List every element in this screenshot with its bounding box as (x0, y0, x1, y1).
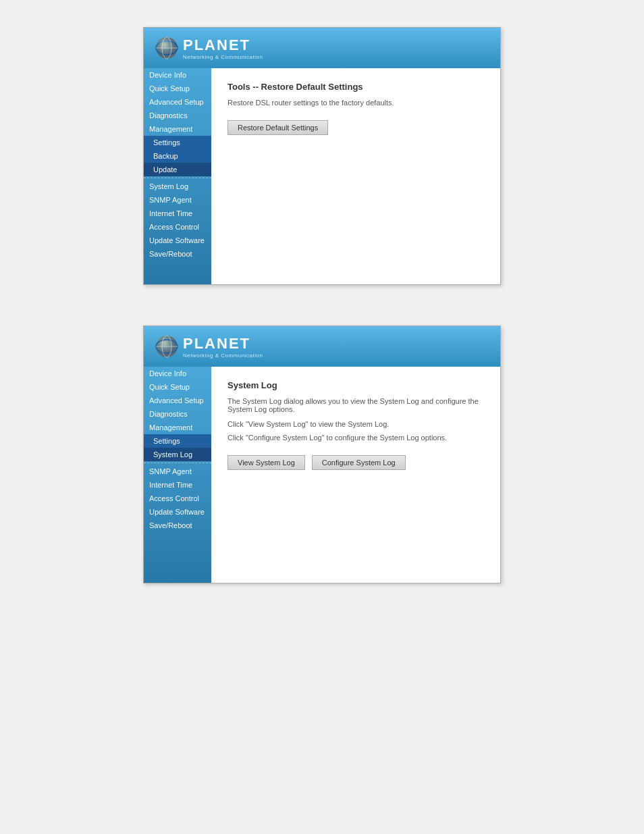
sidebar-settings-2[interactable]: Settings (144, 434, 211, 448)
content-area-1: Device Info Quick Setup Advanced Setup D… (144, 68, 500, 284)
sidebar-device-info-2[interactable]: Device Info (144, 367, 211, 380)
sidebar-2: Device Info Quick Setup Advanced Setup D… (144, 367, 211, 583)
view-system-log-button[interactable]: View System Log (227, 455, 305, 470)
sidebar-backup-1[interactable]: Backup (144, 149, 211, 163)
sidebar-update-software-2[interactable]: Update Software (144, 505, 211, 519)
logo-area-2: PLANET Networking & Communication (155, 334, 263, 359)
page-description-1: Restore DSL router settings to the facto… (227, 99, 484, 107)
sidebar-update-1[interactable]: Update (144, 163, 211, 176)
logo-planet-label-1: PLANET (183, 36, 263, 54)
logo-area-1: PLANET Networking & Communication (155, 36, 263, 60)
sidebar-internet-time-2[interactable]: Internet Time (144, 478, 211, 492)
content-area-2: Device Info Quick Setup Advanced Setup D… (144, 367, 500, 583)
sidebar-snmp-agent-1[interactable]: SNMP Agent (144, 193, 211, 207)
planet-logo-icon (155, 36, 179, 60)
sidebar-internet-time-1[interactable]: Internet Time (144, 207, 211, 220)
page-description-line-1: The System Log dialog allows you to view… (227, 397, 484, 413)
logo-planet-label-2: PLANET (183, 335, 263, 353)
sidebar-diagnostics-2[interactable]: Diagnostics (144, 407, 211, 421)
sidebar-access-control-1[interactable]: Access Control (144, 220, 211, 234)
logo-text-2: PLANET Networking & Communication (183, 335, 263, 359)
sidebar-diagnostics-1[interactable]: Diagnostics (144, 109, 211, 122)
sidebar-management-2[interactable]: Management (144, 421, 211, 434)
sidebar-access-control-2[interactable]: Access Control (144, 492, 211, 505)
sidebar-settings-1[interactable]: Settings (144, 136, 211, 149)
restore-default-button[interactable]: Restore Default Settings (227, 120, 328, 135)
page-title-2: System Log (227, 380, 484, 390)
planet-logo-icon-2 (155, 334, 179, 359)
sidebar-advanced-setup-1[interactable]: Advanced Setup (144, 95, 211, 109)
panel-restore-defaults: PLANET Networking & Communication Device… (143, 27, 501, 285)
panel-system-log: PLANET Networking & Communication Device… (143, 325, 501, 583)
sidebar-divider-1 (144, 178, 211, 178)
page-description-line-2: Click "View System Log" to view the Syst… (227, 420, 484, 428)
sidebar-quick-setup-1[interactable]: Quick Setup (144, 82, 211, 95)
main-content-1: Tools -- Restore Default Settings Restor… (211, 68, 500, 284)
sidebar-system-log-sub-2[interactable]: System Log (144, 448, 211, 461)
sidebar-quick-setup-2[interactable]: Quick Setup (144, 380, 211, 394)
logo-subtitle-2: Networking & Communication (183, 353, 263, 359)
button-row-2: View System Log Configure System Log (227, 455, 484, 470)
logo-text-1: PLANET Networking & Communication (183, 36, 263, 60)
configure-system-log-button[interactable]: Configure System Log (312, 455, 406, 470)
sidebar-save-reboot-1[interactable]: Save/Reboot (144, 247, 211, 261)
page-title-1: Tools -- Restore Default Settings (227, 82, 484, 92)
page-description-line-3: Click "Configure System Log" to configur… (227, 434, 484, 442)
sidebar-device-info-1[interactable]: Device Info (144, 68, 211, 82)
main-content-2: System Log The System Log dialog allows … (211, 367, 500, 583)
header-2: PLANET Networking & Communication (144, 326, 500, 367)
logo-subtitle-1: Networking & Communication (183, 54, 263, 60)
button-row-1: Restore Default Settings (227, 120, 484, 135)
sidebar-update-software-1[interactable]: Update Software (144, 234, 211, 247)
sidebar-management-1[interactable]: Management (144, 122, 211, 136)
sidebar-divider-2 (144, 463, 211, 463)
sidebar-snmp-agent-2[interactable]: SNMP Agent (144, 465, 211, 478)
header-1: PLANET Networking & Communication (144, 28, 500, 68)
sidebar-1: Device Info Quick Setup Advanced Setup D… (144, 68, 211, 284)
sidebar-save-reboot-2[interactable]: Save/Reboot (144, 519, 211, 532)
sidebar-system-log-1[interactable]: System Log (144, 180, 211, 193)
sidebar-advanced-setup-2[interactable]: Advanced Setup (144, 394, 211, 407)
